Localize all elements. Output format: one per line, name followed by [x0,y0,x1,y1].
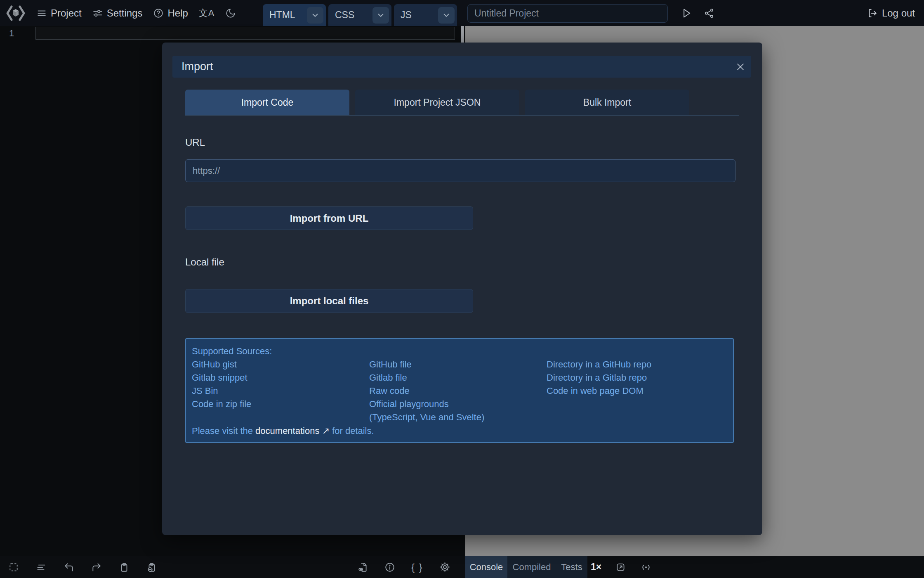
url-label: URL [185,137,205,148]
menu-icon [36,8,47,19]
local-file-label: Local file [185,256,224,268]
tab-import-project-json[interactable]: Import Project JSON [355,90,519,115]
info-icon[interactable] [384,562,395,573]
supported-sources-heading: Supported Sources: [192,345,272,358]
custom-settings-icon[interactable]: { } [411,561,423,573]
statusbar-right-icons: 1× [591,556,652,578]
documentations-link[interactable]: documentations [255,426,319,436]
logout-label: Log out [882,7,915,19]
chevron-down-icon [376,11,385,20]
close-icon [735,62,745,72]
external-link-arrow-icon[interactable]: ↗ [322,426,330,436]
sources-column-2: GitHub file Gitlab file Raw code Officia… [369,358,484,424]
broadcast-icon[interactable] [640,561,652,573]
tab-import-code[interactable]: Import Code [185,90,349,115]
source-official-playgrounds[interactable]: Official playgrounds [369,398,484,411]
tab-tests[interactable]: Tests [556,556,587,578]
tab-html[interactable]: HTML [263,4,326,26]
top-toolbar: Project Settings Help 文A HTML [0,0,924,26]
settings-menu[interactable]: Settings [92,7,143,19]
source-jsbin[interactable]: JS Bin [192,384,251,398]
source-gitlab-snippet[interactable]: Gitlab snippet [192,371,251,384]
settings-menu-label: Settings [107,7,143,19]
logout-button[interactable]: Log out [867,0,915,26]
project-title-input[interactable] [467,4,668,23]
result-zoom-button[interactable]: 1× [591,561,601,573]
sources-column-1: GitHub gist Gitlab snippet JS Bin Code i… [192,358,251,411]
tab-js-label: JS [401,9,412,21]
undo-icon[interactable] [64,562,74,573]
source-github-gist[interactable]: GitHub gist [192,358,251,371]
tab-html-label: HTML [269,9,295,21]
source-gitlab-repo-dir[interactable]: Directory in a Gitlab repo [547,371,651,384]
supported-sources-box: Supported Sources: GitHub gist Gitlab sn… [185,338,734,443]
status-bar: { } Console Compiled Tests 1× [0,556,924,578]
statusbar-left-icons [8,556,157,578]
share-icon[interactable] [704,8,714,19]
line-number: 1 [9,28,14,39]
chevron-down-icon [311,11,320,20]
help-icon [153,8,164,19]
sliders-icon [92,8,103,19]
project-menu-label: Project [51,7,82,19]
statusbar-middle-icons: { } [358,556,450,578]
logout-icon [867,8,878,19]
modal-title: Import [172,60,729,73]
run-share-group [681,0,714,26]
livecodes-logo[interactable] [6,4,26,22]
tab-console[interactable]: Console [465,556,507,578]
format-code-icon[interactable] [36,562,47,573]
url-input[interactable] [185,159,735,182]
chevron-down-icon [442,11,451,20]
source-zip-file[interactable]: Code in zip file [192,398,251,411]
translate-icon[interactable]: 文A [199,7,215,19]
css-select-button[interactable] [372,7,389,24]
import-modal: Import Import Code Import Project JSON B… [162,43,762,535]
import-modal-header: Import [172,56,751,78]
project-menu[interactable]: Project [36,7,82,19]
js-select-button[interactable] [438,7,455,24]
open-result-window-icon[interactable] [615,562,626,573]
footer-suffix: for details. [332,426,374,436]
import-from-url-button[interactable]: Import from URL [185,206,473,230]
theme-moon-icon[interactable] [225,8,236,19]
import-local-files-button[interactable]: Import local files [185,289,473,313]
gear-icon[interactable] [439,561,450,573]
tools-panel-tabs: Console Compiled Tests [465,556,587,578]
close-button[interactable] [729,56,751,78]
tab-bulk-import[interactable]: Bulk Import [525,90,689,115]
app-window: Project Settings Help 文A HTML [0,0,924,578]
help-menu-label: Help [167,7,188,19]
source-playgrounds-detail[interactable]: (TypeScript, Vue and Svelte) [369,411,484,424]
select-all-icon[interactable] [8,562,19,573]
copy-icon[interactable] [119,562,130,573]
tab-css[interactable]: CSS [328,4,391,26]
sources-column-3: Directory in a GitHub repo Directory in … [547,358,651,398]
import-modal-tabs: Import Code Import Project JSON Bulk Imp… [185,90,739,116]
tab-js[interactable]: JS [394,4,457,26]
html-select-button[interactable] [307,7,323,24]
source-github-repo-dir[interactable]: Directory in a GitHub repo [547,358,651,371]
source-raw-code[interactable]: Raw code [369,384,484,398]
sources-footer: Please visit the documentations ↗ for de… [192,424,374,438]
editor-language-tabs: HTML CSS JS [263,4,457,26]
tab-compiled[interactable]: Compiled [507,556,556,578]
footer-prefix: Please visit the [192,426,253,436]
paste-icon[interactable] [146,562,157,573]
help-menu[interactable]: Help [153,7,188,19]
source-web-page-dom[interactable]: Code in web page DOM [547,384,651,398]
main-menu-group: Project Settings Help 文A [6,0,236,26]
external-resources-icon[interactable] [358,562,368,573]
run-icon[interactable] [681,7,692,19]
source-gitlab-file[interactable]: Gitlab file [369,371,484,384]
redo-icon[interactable] [91,562,102,573]
tab-css-label: CSS [335,9,354,21]
editor-current-line[interactable] [35,27,455,40]
source-github-file[interactable]: GitHub file [369,358,484,371]
